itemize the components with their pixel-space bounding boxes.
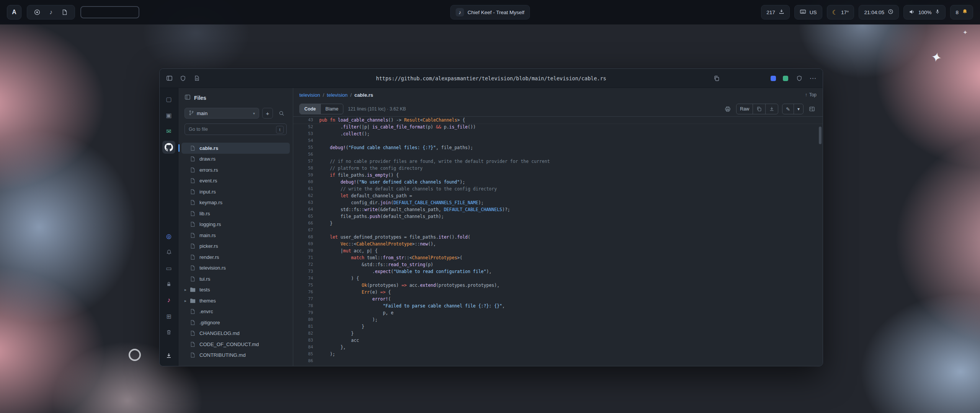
volume-widget[interactable]: 100%	[903, 5, 946, 20]
add-file-button[interactable]: +	[262, 108, 273, 119]
layers-tab-icon[interactable]: ▣	[162, 109, 175, 122]
tree-item-keymap-rs[interactable]: keymap.rs	[181, 197, 290, 208]
panel-icon[interactable]	[185, 94, 191, 102]
tree-item-errors-rs[interactable]: errors.rs	[181, 164, 290, 176]
line-number[interactable]: 84	[293, 344, 313, 351]
line-number[interactable]: 85	[293, 351, 313, 358]
copy-icon[interactable]	[753, 104, 765, 114]
line-number[interactable]: 67	[293, 227, 313, 234]
mail-tab-icon[interactable]: ✉	[162, 125, 175, 138]
search-icon[interactable]	[276, 108, 287, 119]
tree-item-picker-rs[interactable]: picker.rs	[181, 241, 290, 252]
tree-item-main-rs[interactable]: main.rs	[181, 230, 290, 241]
extension-icon[interactable]	[771, 76, 776, 81]
keyboard-layout-widget[interactable]: US	[794, 5, 822, 20]
line-number[interactable]: 63	[293, 199, 313, 206]
line-number[interactable]: 64	[293, 206, 313, 213]
tree-item-envrc[interactable]: .envrc	[181, 306, 290, 317]
line-number[interactable]: 58	[293, 165, 313, 172]
downloads-icon[interactable]	[162, 349, 175, 362]
panels-tab-icon[interactable]: ▢	[162, 93, 175, 106]
line-number[interactable]: 62	[293, 192, 313, 199]
line-number[interactable]: 53	[293, 130, 313, 137]
branch-selector[interactable]: main ▾	[185, 108, 259, 119]
chevron-right-icon[interactable]: ▸	[185, 299, 190, 303]
tree-item-cable-rs[interactable]: cable.rs	[181, 143, 290, 154]
notifications-widget[interactable]: 8	[950, 5, 973, 20]
chevron-right-icon[interactable]: ▸	[185, 288, 190, 292]
back-to-top-link[interactable]: ↑ Top	[805, 92, 817, 98]
line-number[interactable]: 75	[293, 282, 313, 289]
sidebar-toggle-icon[interactable]	[165, 74, 173, 83]
line-number[interactable]: 74	[293, 275, 313, 282]
github-tab-icon[interactable]	[162, 141, 175, 154]
bell-tab-icon[interactable]	[162, 246, 175, 259]
line-number[interactable]: 54	[293, 137, 313, 144]
line-number[interactable]: 43	[293, 117, 313, 124]
line-number[interactable]: 83	[293, 337, 313, 344]
go-to-file-input[interactable]	[185, 124, 287, 135]
line-number[interactable]: 57	[293, 158, 313, 165]
trash-tab-icon[interactable]	[162, 326, 175, 339]
line-number[interactable]: 72	[293, 261, 313, 268]
tree-item-lib-rs[interactable]: lib.rs	[181, 208, 290, 219]
print-icon[interactable]	[723, 104, 732, 114]
tree-item-changelog-md[interactable]: CHANGELOG.md	[181, 328, 290, 339]
line-number[interactable]: 81	[293, 323, 313, 330]
breadcrumb-repo[interactable]: television	[299, 92, 320, 98]
tree-item-input-rs[interactable]: input.rs	[181, 186, 290, 197]
tree-item-tui-rs[interactable]: tui.rs	[181, 273, 290, 285]
tree-item-contributing-md[interactable]: CONTRIBUTING.md	[181, 350, 290, 361]
line-number[interactable]: 86	[293, 358, 313, 364]
tab-blame[interactable]: Blame	[320, 104, 343, 114]
tree-item-gitignore[interactable]: .gitignore	[181, 317, 290, 328]
line-number[interactable]: 80	[293, 316, 313, 323]
line-number[interactable]: 69	[293, 241, 313, 247]
line-number[interactable]: 78	[293, 302, 313, 309]
line-number[interactable]: 79	[293, 309, 313, 316]
line-number[interactable]: 66	[293, 220, 313, 227]
scrollbar-thumb[interactable]	[819, 127, 822, 144]
tree-item-render-rs[interactable]: render.rs	[181, 252, 290, 263]
taskbar-window-slot[interactable]	[80, 6, 139, 18]
lock-tab-icon[interactable]	[162, 278, 175, 291]
tree-item-code-of-conduct-md[interactable]: CODE_OF_CONDUCT.md	[181, 339, 290, 350]
tree-item-event-rs[interactable]: event.rs	[181, 176, 290, 187]
edit-icon[interactable]: ✎	[782, 104, 794, 114]
line-number[interactable]: 82	[293, 330, 313, 337]
line-number[interactable]: 60	[293, 179, 313, 185]
clock-widget[interactable]: 21:04:05	[859, 5, 899, 20]
updates-widget[interactable]: 217	[761, 5, 790, 20]
tab-code[interactable]: Code	[300, 104, 320, 114]
line-number[interactable]: 65	[293, 213, 313, 220]
extension-icon[interactable]	[783, 76, 788, 81]
music-tab-icon[interactable]: ♪	[162, 294, 175, 307]
tree-item-draw-rs[interactable]: draw.rs	[181, 154, 290, 165]
line-number[interactable]: 68	[293, 234, 313, 241]
music-note-icon[interactable]: ♪	[47, 8, 55, 16]
tree-item-logging-rs[interactable]: logging.rs	[181, 219, 290, 230]
shield-icon[interactable]	[179, 74, 187, 83]
launcher-button[interactable]: A	[7, 5, 21, 20]
compass-tab-icon[interactable]: ◎	[162, 229, 175, 242]
download-icon[interactable]	[765, 104, 778, 114]
document-icon[interactable]	[61, 8, 69, 16]
line-number[interactable]: 55	[293, 144, 313, 151]
weather-widget[interactable]: ☾ 17°	[827, 5, 854, 20]
line-number[interactable]: 77	[293, 296, 313, 302]
edit-dropdown-icon[interactable]: ▾	[794, 104, 803, 114]
url-bar[interactable]: https://github.com/alexpasmantier/televi…	[376, 75, 606, 81]
card-tab-icon[interactable]: ▭	[162, 262, 175, 275]
line-number[interactable]: 59	[293, 172, 313, 179]
line-number[interactable]: 52	[293, 124, 313, 130]
media-widget[interactable]: ♪ Chief Keef - Treat Myself	[450, 5, 530, 20]
symbols-panel-icon[interactable]	[807, 104, 817, 114]
disc-icon[interactable]	[33, 8, 41, 16]
line-number[interactable]: 73	[293, 268, 313, 275]
tree-item-television-rs[interactable]: television.rs	[181, 263, 290, 274]
tree-item-tests[interactable]: ▸tests	[181, 285, 290, 296]
raw-button[interactable]: Raw	[737, 104, 753, 114]
shield-icon[interactable]	[795, 74, 804, 83]
copy-page-icon[interactable]	[712, 74, 721, 83]
reader-icon[interactable]	[193, 74, 201, 83]
